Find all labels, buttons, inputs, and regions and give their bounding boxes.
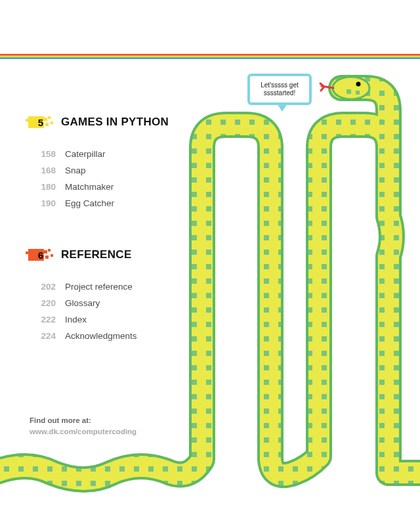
chapter-number: 6 [38,250,43,261]
footer-url: www.dk.com/computercoding [30,426,136,437]
svg-rect-11 [26,252,28,254]
svg-point-16 [356,82,361,87]
toc-entry: 158 Caterpillar [30,149,194,159]
snake-head [320,77,369,99]
toc-title: Matchmaker [65,182,114,192]
speech-bubble: Let'sssss get sssstarted! [247,74,312,105]
toc-title: Caterpillar [65,149,106,159]
chapter-badge-6: 6 [30,248,52,262]
toc-entry: 202 Project reference [30,282,194,292]
toc-page: 202 [30,282,56,292]
toc-title: Project reference [65,282,133,292]
section-head: 6 REFERENCE [30,248,194,262]
toc-section-6: 6 REFERENCE 202 Project reference 220 Gl… [30,248,194,341]
toc-title: Index [65,315,87,324]
toc-entry: 220 Glossary [30,298,194,308]
section-head: 5 GAMES IN PYTHON [30,115,194,129]
svg-rect-8 [48,249,51,252]
toc-page: 180 [30,182,56,192]
svg-rect-4 [51,122,53,124]
toc-entry: 168 Snap [30,166,194,175]
chapter-badge-5: 5 [30,115,52,129]
toc-entry: 222 Index [30,315,194,324]
toc-list-5: 158 Caterpillar 168 Snap 180 Matchmaker … [30,149,194,208]
svg-rect-1 [44,118,47,121]
speech-text: Let'sssss get sssstarted! [250,81,309,98]
toc-entry: 190 Egg Catcher [30,198,194,208]
toc-page: 190 [30,198,56,208]
chapter-number: 5 [38,117,43,128]
toc-title: Snap [65,166,86,175]
toc-page: 222 [30,315,56,324]
toc-list-6: 202 Project reference 220 Glossary 222 I… [30,282,194,341]
svg-rect-5 [26,119,28,122]
rule-stripe [0,58,420,59]
svg-rect-10 [51,254,53,257]
toc-page: 168 [30,166,56,175]
svg-rect-18 [356,91,360,95]
toc-page: 158 [30,149,56,159]
svg-point-14 [333,77,369,99]
toc-title: Egg Catcher [65,198,114,208]
toc-entry: 180 Matchmaker [30,182,194,192]
toc-content: 5 GAMES IN PYTHON 158 Caterpillar 168 Sn… [30,115,194,380]
svg-rect-17 [346,89,351,94]
toc-entry: 224 Acknowledgments [30,331,194,341]
section-title: GAMES IN PYTHON [61,116,169,129]
svg-point-15 [333,77,369,99]
footer-link: Find out more at: www.dk.com/computercod… [30,415,136,438]
svg-rect-2 [48,116,51,119]
svg-rect-3 [45,123,49,126]
toc-page: 224 [30,331,56,341]
toc-title: Glossary [65,298,100,308]
section-title: REFERENCE [61,248,132,261]
svg-rect-7 [44,250,47,254]
page-top-rule [0,54,420,59]
toc-page: 220 [30,298,56,308]
toc-title: Acknowledgments [65,331,137,341]
svg-rect-9 [45,255,49,259]
footer-line1: Find out more at: [30,415,136,426]
toc-section-5: 5 GAMES IN PYTHON 158 Caterpillar 168 Sn… [30,115,194,208]
